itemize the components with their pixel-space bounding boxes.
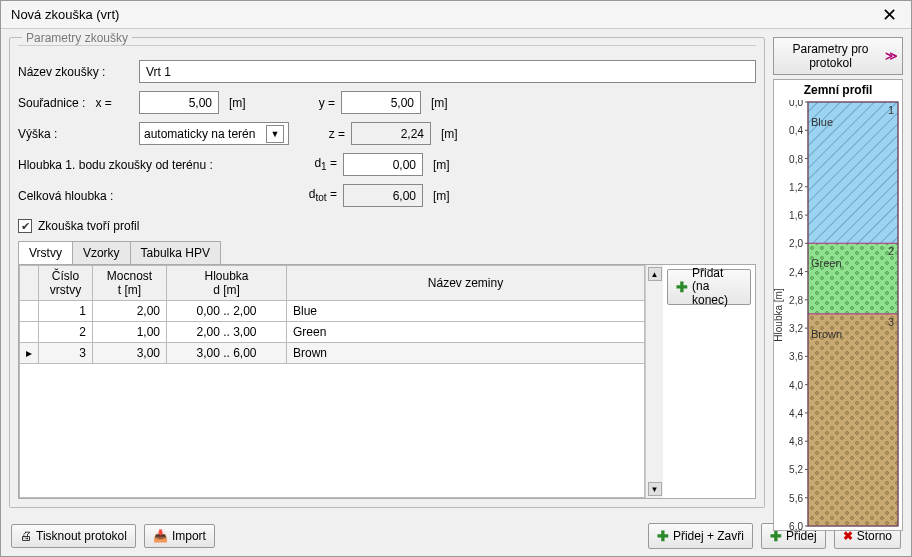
svg-text:Blue: Blue: [811, 116, 833, 128]
d1-input[interactable]: [343, 153, 423, 176]
svg-rect-11: [808, 243, 898, 314]
col-soil-name: Název zeminy: [287, 266, 645, 301]
svg-text:0,0: 0,0: [789, 100, 803, 108]
height-mode-select[interactable]: automaticky na terén ▼: [139, 122, 289, 145]
table-row[interactable]: 2 1,00 2,00 .. 3,00 Green: [20, 322, 645, 343]
print-protocol-button[interactable]: 🖨 Tisknout protokol: [11, 524, 136, 548]
tab-samples[interactable]: Vzorky: [72, 241, 131, 264]
svg-text:Green: Green: [811, 257, 842, 269]
label-d1: d1 =: [297, 156, 337, 172]
table-row-selected[interactable]: ▸ 3 3,00 3,00 .. 6,00 Brown: [20, 343, 645, 364]
svg-text:3,6: 3,6: [789, 351, 803, 362]
add-layer-button[interactable]: ✚ Přidat (na konec): [667, 269, 751, 305]
tab-hpv[interactable]: Tabulka HPV: [130, 241, 221, 264]
svg-text:6,0: 6,0: [789, 521, 803, 530]
import-icon: 📥: [153, 529, 168, 543]
svg-text:5,2: 5,2: [789, 464, 803, 475]
label-total-depth: Celková hloubka :: [18, 189, 291, 203]
x-input[interactable]: [139, 91, 219, 114]
scroll-up-icon[interactable]: ▲: [648, 267, 662, 281]
svg-text:2,4: 2,4: [789, 267, 803, 278]
svg-text:5,6: 5,6: [789, 493, 803, 504]
svg-text:1,6: 1,6: [789, 210, 803, 221]
svg-text:2,0: 2,0: [789, 238, 803, 249]
svg-text:Brown: Brown: [811, 328, 842, 340]
scrollbar[interactable]: ▲ ▼: [645, 265, 663, 498]
table-row[interactable]: 1 2,00 0,00 .. 2,00 Blue: [20, 301, 645, 322]
svg-text:2,8: 2,8: [789, 295, 803, 306]
label-y: y =: [295, 96, 335, 110]
unit-z: [m]: [441, 127, 465, 141]
col-thickness: Mocnost t [m]: [93, 266, 167, 301]
profile-checkbox-label: Zkouška tvoří profil: [38, 219, 139, 233]
tab-layers[interactable]: Vrstvy: [18, 241, 73, 264]
close-button[interactable]: ✕: [873, 4, 905, 26]
unit-y: [m]: [431, 96, 455, 110]
svg-rect-14: [808, 314, 898, 526]
svg-text:0,4: 0,4: [789, 125, 803, 136]
col-number: Číslo vrstvy: [39, 266, 93, 301]
import-button[interactable]: 📥 Import: [144, 524, 215, 548]
z-input: [351, 122, 431, 145]
profile-graphic: 1Blue2Green3Brown0,00,40,81,21,62,02,42,…: [774, 100, 902, 530]
label-name: Název zkoušky :: [18, 65, 133, 79]
unit-d1: [m]: [433, 158, 457, 172]
dtot-input: [343, 184, 423, 207]
close-icon: ✕: [882, 4, 897, 26]
svg-text:4,4: 4,4: [789, 408, 803, 419]
svg-text:4,0: 4,0: [789, 380, 803, 391]
svg-text:4,8: 4,8: [789, 436, 803, 447]
printer-icon: 🖨: [20, 529, 32, 543]
titlebar: Nová zkouška (vrt) ✕: [1, 1, 911, 29]
svg-text:0,8: 0,8: [789, 154, 803, 165]
tabs: Vrstvy Vzorky Tabulka HPV: [18, 241, 756, 265]
svg-text:2: 2: [888, 245, 894, 257]
col-depth: Hloubka d [m]: [167, 266, 287, 301]
label-depth-first: Hloubka 1. bodu zkoušky od terénu :: [18, 158, 291, 172]
window-title: Nová zkouška (vrt): [11, 7, 119, 22]
profile-title: Zemní profil: [774, 80, 902, 100]
profile-checkbox[interactable]: ✔: [18, 219, 32, 233]
label-z: z =: [305, 127, 345, 141]
protocol-params-button[interactable]: Parametry pro protokol ≫: [773, 37, 903, 75]
parameters-panel: Parametry zkoušky Název zkoušky : Souřad…: [9, 37, 765, 508]
groupbox-title: Parametry zkoušky: [22, 31, 132, 45]
label-coords: Souřadnice : x =: [18, 96, 133, 110]
cancel-icon: ✖: [843, 529, 853, 543]
svg-text:3,2: 3,2: [789, 323, 803, 334]
svg-text:1: 1: [888, 104, 894, 116]
name-input[interactable]: [139, 60, 756, 83]
unit-dtot: [m]: [433, 189, 457, 203]
plus-icon: ✚: [657, 528, 669, 544]
plus-icon: ✚: [676, 279, 688, 295]
soil-profile: Zemní profil 1Blue2Green3Brown0,00,40,81…: [773, 79, 903, 531]
unit-x: [m]: [229, 96, 253, 110]
svg-text:1,2: 1,2: [789, 182, 803, 193]
chevron-down-icon: ▼: [266, 125, 284, 143]
label-height: Výška :: [18, 127, 133, 141]
svg-text:Hloubka [m]: Hloubka [m]: [774, 288, 784, 342]
scroll-down-icon[interactable]: ▼: [648, 482, 662, 496]
label-dtot: dtot =: [297, 187, 337, 203]
y-input[interactable]: [341, 91, 421, 114]
chevron-right-icon: ≫: [885, 49, 896, 63]
layers-table: Číslo vrstvy Mocnost t [m] Hloubka d [m]…: [19, 265, 645, 364]
add-close-button[interactable]: ✚ Přidej + Zavři: [648, 523, 753, 549]
svg-text:3: 3: [888, 316, 894, 328]
